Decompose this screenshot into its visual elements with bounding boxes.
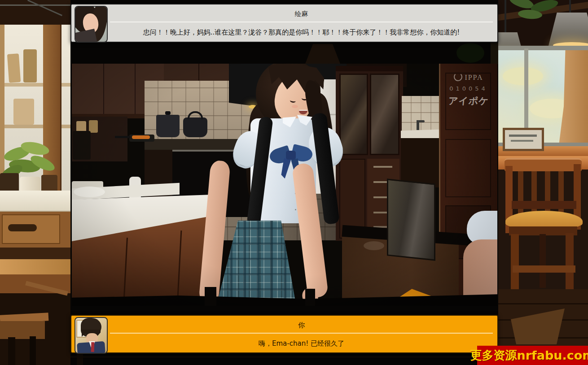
npc-dialog-box[interactable]: 绘麻 忠问！！晚上好，妈妈..谁在这里？泷谷？那真的是你吗！！耶！！终于你来了！… — [70, 4, 498, 43]
picture-frame-art — [509, 135, 537, 137]
dim-post — [77, 353, 83, 365]
watermark-brand-row: IPPA — [443, 73, 495, 82]
player-dialog-divider — [110, 333, 493, 334]
bench-leg-2 — [30, 336, 36, 365]
chair-mid-rail — [512, 201, 576, 209]
site-banner[interactable]: 更多资源nrfabu.com — [477, 346, 588, 365]
npc-avatar-body — [75, 29, 97, 43]
npc-avatar — [75, 6, 108, 43]
game-screen: IPPA 010054 アイポケ 绘麻 忠问！！晚上好，妈妈..谁在这里？泷谷？… — [0, 0, 588, 365]
watermark-code: 010054 — [443, 85, 495, 92]
table-top-left — [0, 259, 70, 274]
video-frame[interactable]: IPPA 010054 アイポケ — [72, 64, 497, 306]
drawer-handle-left — [8, 224, 37, 231]
floor-plank-1 — [498, 303, 588, 304]
chair-leg-rear — [540, 234, 546, 288]
npc-dialog-content: 绘麻 忠问！！晚上好，妈妈..谁在这里？泷谷？那真的是你吗！！耶！！终于你来了！… — [110, 4, 493, 42]
globe-logo-icon — [454, 73, 462, 81]
picture-frame-art2 — [511, 140, 533, 142]
table-edge-left — [0, 248, 70, 259]
watermark-kana: アイポケ — [442, 95, 496, 107]
npc-dialog-divider — [110, 22, 493, 22]
player-dialog-text: 嗨，Ema-chan! 已经很久了 — [110, 339, 493, 348]
kitchen-counter-left — [0, 191, 70, 213]
npc-name: 绘麻 — [110, 10, 493, 18]
lamp-rod-1 — [505, 0, 506, 35]
utensil-jar-1 — [7, 53, 21, 83]
chair-slat-4 — [558, 171, 564, 216]
window-frame-strip — [0, 25, 4, 191]
utensil-jar-2 — [23, 49, 37, 83]
photo-vignette — [72, 64, 497, 306]
bench-leg-1 — [8, 337, 15, 365]
dim-window-glow — [491, 43, 498, 64]
background-right — [498, 0, 588, 365]
chair-slat-1 — [518, 171, 523, 216]
banner-text-domain: nrfabu.com — [517, 348, 588, 362]
chair-seat — [505, 211, 583, 229]
chair-top-rail — [505, 158, 582, 171]
background-left — [0, 0, 70, 365]
chair-stretcher — [513, 265, 575, 273]
bench-body-left — [0, 321, 45, 339]
picture-frame — [503, 128, 544, 151]
dim-leaf-silhouette — [456, 43, 484, 63]
chair-slat-3 — [545, 171, 550, 216]
video-watermark: IPPA 010054 アイポケ — [443, 73, 495, 107]
player-avatar-tie — [91, 342, 95, 352]
player-dialog-content: 你 嗨，Ema-chan! 已经很久了 — [110, 316, 493, 352]
player-dialog-box[interactable]: 你 嗨，Ema-chan! 已经很久了 — [70, 315, 498, 353]
banner-text-cjk: 更多资源 — [470, 348, 517, 363]
dim-lamp-silhouette — [305, 44, 340, 64]
dim-floor-line — [70, 356, 498, 358]
cloud-1 — [503, 67, 543, 85]
player-name: 你 — [110, 321, 493, 329]
player-avatar — [75, 317, 108, 354]
npc-dialog-text: 忠问！！晚上好，妈妈..谁在这里？泷谷？那真的是你吗！！耶！！终于你来了！！我非… — [110, 28, 493, 37]
utensil-jar-3 — [13, 99, 34, 125]
chair-slat-2 — [531, 171, 537, 216]
window-frame-top — [498, 46, 588, 50]
curtain-rod — [0, 4, 70, 6]
watermark-brand: IPPA — [465, 74, 483, 81]
